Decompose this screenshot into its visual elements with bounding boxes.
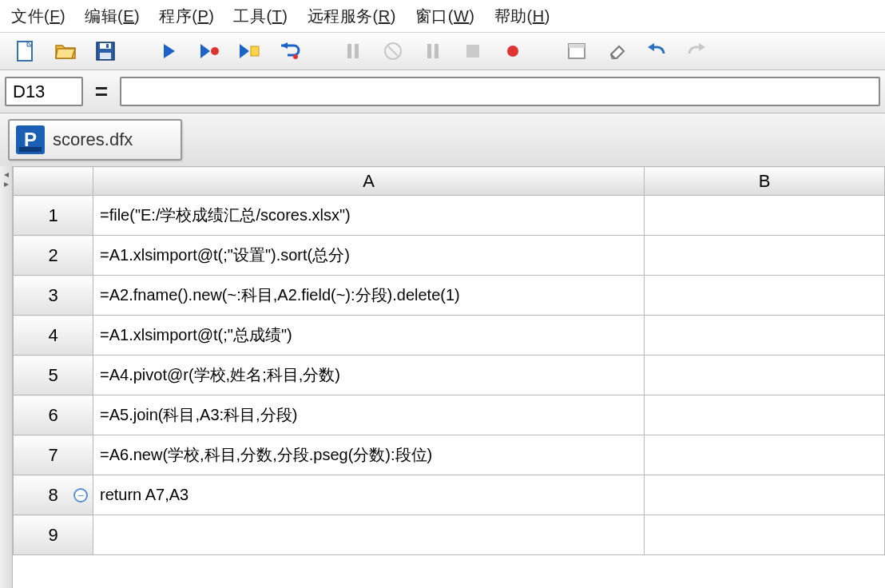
corner-cell[interactable] bbox=[14, 167, 93, 196]
pause-icon[interactable] bbox=[342, 40, 364, 62]
table-row: 7=A6.new(学校,科目,分数,分段.pseg(分数):段位) bbox=[14, 435, 885, 475]
cell[interactable] bbox=[645, 196, 885, 236]
menu-program[interactable]: 程序(P) bbox=[159, 6, 214, 27]
cell[interactable]: =A1.xlsimport@t(;"总成绩") bbox=[93, 316, 645, 356]
row-header[interactable]: 4 bbox=[14, 316, 93, 356]
svg-rect-19 bbox=[466, 45, 479, 58]
row-header[interactable]: 6 bbox=[14, 395, 93, 435]
svg-rect-18 bbox=[435, 44, 439, 58]
table-row: 3=A2.fname().new(~:科目,A2.field(~):分段).de… bbox=[14, 276, 885, 316]
grid-area: ◂ ▸ A B 1=file("E:/学校成绩汇总/scores.xlsx")2… bbox=[0, 166, 885, 588]
svg-marker-6 bbox=[164, 44, 175, 58]
formula-input[interactable] bbox=[120, 77, 880, 106]
column-header-A[interactable]: A bbox=[93, 167, 645, 196]
table-row: 5=A4.pivot@r(学校,姓名;科目,分数) bbox=[14, 356, 885, 395]
breakpoint-icon[interactable] bbox=[502, 40, 524, 62]
cell[interactable] bbox=[645, 515, 885, 555]
row-header[interactable]: 3 bbox=[14, 276, 93, 316]
cell[interactable]: =A5.join(科目,A3:科目,分段) bbox=[93, 395, 645, 435]
stop-square-icon[interactable] bbox=[462, 40, 484, 62]
cell[interactable] bbox=[645, 395, 885, 435]
stop-dim-icon[interactable] bbox=[382, 40, 404, 62]
table-row: 4=A1.xlsimport@t(;"总成绩") bbox=[14, 316, 885, 356]
collapse-toggle-icon[interactable]: − bbox=[73, 488, 88, 503]
table-row: 8−return A7,A3 bbox=[14, 475, 885, 515]
svg-rect-10 bbox=[251, 46, 259, 56]
cell[interactable]: =A4.pivot@r(学校,姓名;科目,分数) bbox=[93, 356, 645, 395]
table-row: 1=file("E:/学校成绩汇总/scores.xlsx") bbox=[14, 196, 885, 236]
row-header[interactable]: 2 bbox=[14, 236, 93, 276]
menu-file[interactable]: 文件(F) bbox=[11, 6, 65, 27]
svg-marker-23 bbox=[648, 43, 654, 51]
run-debug-icon[interactable] bbox=[198, 40, 220, 62]
row-header[interactable]: 1 bbox=[14, 196, 93, 236]
eraser-icon[interactable] bbox=[605, 40, 628, 62]
cell[interactable]: =A6.new(学校,科目,分数,分段.pseg(分数):段位) bbox=[93, 435, 645, 475]
svg-rect-3 bbox=[100, 43, 111, 49]
svg-rect-13 bbox=[347, 44, 351, 58]
menu-remote[interactable]: 远程服务(R) bbox=[308, 6, 396, 27]
undo-icon[interactable] bbox=[645, 40, 668, 62]
cell[interactable] bbox=[645, 316, 885, 356]
menu-help[interactable]: 帮助(H) bbox=[494, 6, 550, 27]
pause2-icon[interactable] bbox=[422, 40, 444, 62]
document-tab[interactable]: P scores.dfx bbox=[8, 119, 182, 161]
row-header[interactable]: 7 bbox=[14, 435, 93, 475]
svg-marker-24 bbox=[699, 43, 705, 51]
cell[interactable] bbox=[645, 435, 885, 475]
cell[interactable] bbox=[645, 276, 885, 316]
cell[interactable] bbox=[645, 236, 885, 276]
table-row: 9 bbox=[14, 515, 885, 555]
svg-rect-22 bbox=[569, 44, 585, 48]
svg-marker-9 bbox=[240, 44, 249, 58]
cell[interactable]: return A7,A3 bbox=[93, 475, 645, 515]
cell-reference-value: D13 bbox=[13, 81, 45, 102]
cell[interactable]: =A2.fname().new(~:科目,A2.field(~):分段).del… bbox=[93, 276, 645, 316]
open-folder-icon[interactable] bbox=[54, 40, 77, 62]
svg-point-20 bbox=[507, 46, 518, 57]
save-disk-icon[interactable] bbox=[94, 40, 117, 62]
row-header[interactable]: 5 bbox=[14, 356, 93, 395]
menu-edit[interactable]: 编辑(E) bbox=[85, 6, 140, 27]
left-gutter[interactable]: ◂ ▸ bbox=[0, 166, 13, 588]
cell[interactable] bbox=[645, 475, 885, 515]
cell[interactable]: =A1.xlsimport@t(;"设置").sort(总分) bbox=[93, 236, 645, 276]
table-row: 2=A1.xlsimport@t(;"设置").sort(总分) bbox=[14, 236, 885, 276]
new-file-icon[interactable] bbox=[14, 40, 37, 62]
cell[interactable] bbox=[93, 515, 645, 555]
menu-bar: 文件(F) 编辑(E) 程序(P) 工具(T) 远程服务(R) 窗口(W) 帮助… bbox=[0, 0, 885, 32]
menu-window[interactable]: 窗口(W) bbox=[415, 6, 475, 27]
toolbar bbox=[0, 32, 885, 70]
svg-rect-17 bbox=[427, 44, 431, 58]
document-tab-bar: P scores.dfx bbox=[0, 113, 885, 166]
svg-point-8 bbox=[211, 47, 219, 55]
window-icon[interactable] bbox=[566, 40, 588, 62]
svg-rect-4 bbox=[100, 53, 111, 59]
menu-tools[interactable]: 工具(T) bbox=[233, 6, 288, 27]
redo-icon[interactable] bbox=[685, 40, 708, 62]
cell-reference-box[interactable]: D13 bbox=[5, 77, 83, 106]
formula-equals-label: = bbox=[88, 77, 115, 106]
svg-point-12 bbox=[293, 54, 298, 59]
step-return-icon[interactable] bbox=[278, 40, 300, 62]
cell[interactable]: =file("E:/学校成绩汇总/scores.xlsx") bbox=[93, 196, 645, 236]
formula-bar: D13 = bbox=[0, 70, 885, 113]
document-tab-icon: P bbox=[16, 125, 45, 154]
column-header-row: A B bbox=[14, 167, 885, 196]
svg-line-16 bbox=[388, 46, 398, 56]
run-icon[interactable] bbox=[158, 40, 181, 62]
svg-rect-5 bbox=[106, 44, 109, 48]
svg-marker-11 bbox=[281, 42, 288, 49]
table-row: 6=A5.join(科目,A3:科目,分段) bbox=[14, 395, 885, 435]
row-header[interactable]: 9 bbox=[14, 515, 93, 555]
row-header[interactable]: 8− bbox=[14, 475, 93, 515]
run-highlight-icon[interactable] bbox=[238, 40, 260, 62]
cell-grid[interactable]: A B 1=file("E:/学校成绩汇总/scores.xlsx")2=A1.… bbox=[13, 166, 885, 588]
expand-right-icon[interactable]: ▸ bbox=[4, 179, 9, 189]
svg-marker-7 bbox=[200, 44, 210, 58]
cell[interactable] bbox=[645, 356, 885, 395]
column-header-B[interactable]: B bbox=[645, 167, 885, 196]
svg-rect-14 bbox=[355, 44, 359, 58]
document-tab-label: scores.dfx bbox=[53, 129, 133, 150]
